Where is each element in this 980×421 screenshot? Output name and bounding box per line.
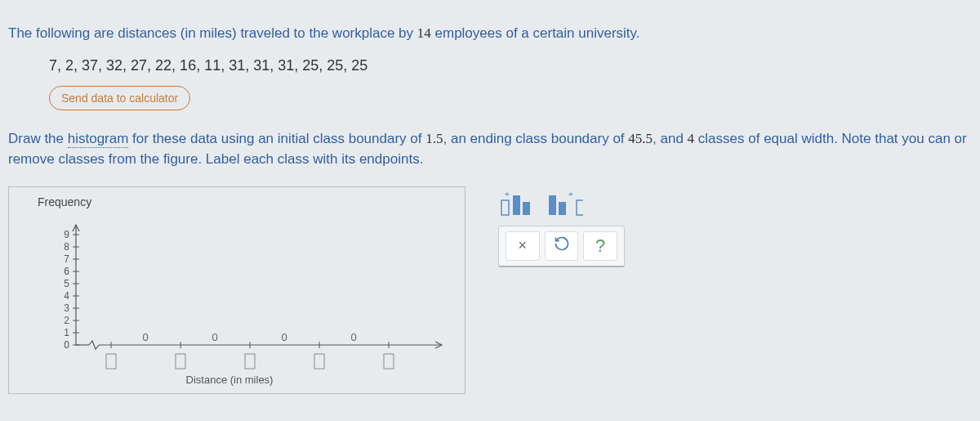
svg-rect-27 <box>577 200 583 215</box>
add-bar-icon: + − <box>498 190 534 218</box>
toolbox: + − + − <box>498 190 625 267</box>
y-tick-9: 9 <box>64 229 69 240</box>
svg-text:+: + <box>568 190 573 199</box>
class-boundary-input-4[interactable] <box>384 354 394 369</box>
y-tick-3: 3 <box>64 302 69 314</box>
svg-text:+: + <box>505 190 510 199</box>
data-values: 7, 2, 37, 32, 27, 22, 16, 11, 31, 31, 31… <box>49 57 972 74</box>
reset-icon <box>554 235 570 256</box>
intro-prefix: The following are distances (in miles) t… <box>8 25 417 41</box>
close-button[interactable]: × <box>506 231 540 261</box>
add-bar-button[interactable]: + − <box>498 190 534 219</box>
instruction-text: Draw the histogram for these data using … <box>8 128 972 170</box>
svg-rect-21 <box>513 195 520 215</box>
y-tick-4: 4 <box>64 290 69 302</box>
svg-rect-23 <box>549 195 556 215</box>
y-tick-6: 6 <box>64 266 69 277</box>
histogram-chart[interactable]: Frequency 0 1 2 3 4 5 <box>8 186 466 394</box>
class-boundary-input-3[interactable] <box>314 354 324 369</box>
initial-boundary: 1.5 <box>425 131 443 146</box>
chart-svg[interactable]: 0 1 2 3 4 5 6 7 8 <box>17 210 458 390</box>
reset-button[interactable] <box>545 231 579 261</box>
y-tick-1: 1 <box>64 327 69 338</box>
send-data-button[interactable]: Send data to calculator <box>49 86 190 110</box>
bar-value-0: 0 <box>142 331 148 343</box>
help-button[interactable]: ? <box>583 231 617 261</box>
histogram-link[interactable]: histogram <box>68 131 129 148</box>
svg-rect-24 <box>559 202 566 215</box>
svg-text:−: − <box>568 216 572 218</box>
y-tick-7: 7 <box>64 253 69 265</box>
svg-rect-22 <box>523 202 530 215</box>
y-tick-0: 0 <box>64 339 69 351</box>
bar-value-1: 0 <box>212 331 217 343</box>
x-axis-label: Distance (in miles) <box>186 374 274 386</box>
svg-rect-18 <box>501 200 509 215</box>
employee-count: 14 <box>417 25 431 41</box>
intro-suffix: employees of a certain university. <box>431 25 640 41</box>
close-icon: × <box>519 237 528 254</box>
class-count: 4 <box>688 131 695 146</box>
bar-value-3: 0 <box>350 331 356 343</box>
help-icon: ? <box>595 235 605 257</box>
bar-value-2: 0 <box>281 331 287 343</box>
ending-boundary: 45.5 <box>628 131 653 146</box>
y-tick-5: 5 <box>64 278 69 289</box>
y-tick-8: 8 <box>64 241 69 253</box>
class-boundary-input-2[interactable] <box>245 354 255 369</box>
remove-bar-button[interactable]: + − <box>547 190 583 219</box>
y-axis-label: Frequency <box>38 195 477 208</box>
y-tick-2: 2 <box>64 315 69 326</box>
svg-text:−: − <box>505 216 509 218</box>
class-boundary-input-1[interactable] <box>176 354 185 369</box>
intro-text: The following are distances (in miles) t… <box>8 23 972 44</box>
remove-bar-icon: + − <box>547 190 583 218</box>
class-boundary-input-0[interactable] <box>106 354 116 369</box>
